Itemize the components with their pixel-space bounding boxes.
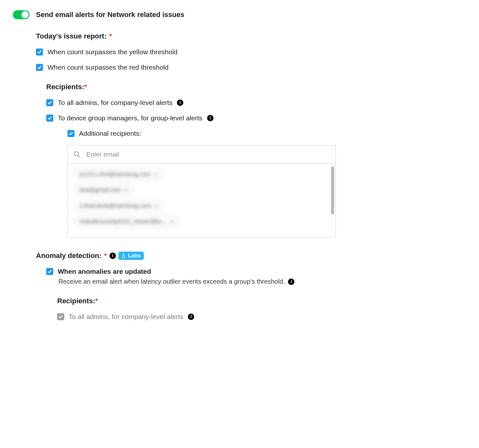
info-icon[interactable]: i bbox=[207, 115, 213, 121]
anomaly-description: Receive an email alert when latency outl… bbox=[58, 278, 285, 285]
anomalies-updated-checkbox[interactable] bbox=[46, 268, 53, 275]
info-icon[interactable]: i bbox=[177, 99, 183, 106]
scrollbar[interactable] bbox=[331, 166, 334, 214]
close-icon[interactable]: ✕ bbox=[124, 188, 128, 193]
yellow-threshold-checkbox[interactable] bbox=[36, 48, 43, 56]
managers-label: To device group managers, for group-leve… bbox=[58, 114, 203, 122]
anomaly-recipients-header: Recipients:* bbox=[57, 297, 466, 305]
labs-label: Labs bbox=[128, 253, 141, 259]
flask-icon bbox=[121, 253, 126, 258]
required-asterisk: * bbox=[104, 252, 107, 260]
recipient-chip[interactable]: test@gmail.com✕ bbox=[74, 184, 134, 196]
close-icon[interactable]: ✕ bbox=[154, 172, 158, 177]
send-alerts-toggle[interactable] bbox=[13, 10, 30, 19]
info-icon[interactable]: i bbox=[288, 279, 294, 285]
labs-badge: Labs bbox=[118, 252, 144, 260]
admins-label: To all admins, for company-level alerts bbox=[58, 99, 172, 107]
svg-line-1 bbox=[78, 155, 80, 157]
email-input[interactable] bbox=[86, 151, 330, 158]
svg-point-0 bbox=[74, 152, 79, 156]
anomaly-description-row: Receive an email alert when latency outl… bbox=[58, 278, 466, 285]
close-icon[interactable]: ✕ bbox=[170, 219, 174, 224]
required-asterisk: * bbox=[84, 83, 87, 91]
red-threshold-checkbox[interactable] bbox=[36, 64, 43, 71]
today-report-header: Today's issue report:* bbox=[36, 32, 466, 40]
admins-checkbox[interactable] bbox=[46, 99, 53, 106]
required-asterisk: * bbox=[95, 297, 98, 305]
info-icon[interactable]: i bbox=[109, 253, 116, 259]
anomaly-recipients-title: Recipients: bbox=[57, 297, 95, 305]
yellow-threshold-label: When count surpasses the yellow threshol… bbox=[48, 48, 178, 56]
recipient-chip[interactable]: jx1211.choi@samsung.com✕ bbox=[74, 168, 164, 181]
recipients-chip-list[interactable]: jx1211.choi@samsung.com✕ test@gmail.com✕… bbox=[67, 164, 336, 237]
email-input-container bbox=[67, 145, 336, 164]
recipient-chip[interactable]: s.thanukula@samsung.com✕ bbox=[74, 200, 164, 212]
anomaly-title: Anomaly detection: bbox=[36, 252, 101, 260]
info-icon[interactable]: i bbox=[188, 314, 194, 320]
red-threshold-label: When count surpasses the red threshold bbox=[48, 64, 169, 71]
search-icon bbox=[74, 151, 81, 158]
recipient-chip[interactable]: mskaikcsusotp4221_viewer@kc...✕ bbox=[74, 215, 180, 228]
additional-recipients-label: Additional recipients: bbox=[79, 130, 141, 137]
anomaly-header: Anomaly detection:* i Labs bbox=[36, 252, 466, 260]
page-title: Send email alerts for Network related is… bbox=[36, 11, 184, 19]
toggle-knob bbox=[22, 11, 29, 18]
close-icon[interactable]: ✕ bbox=[154, 203, 158, 209]
required-asterisk: * bbox=[109, 32, 112, 40]
recipients-header: Recipients:* bbox=[46, 83, 466, 91]
additional-recipients-checkbox[interactable] bbox=[67, 130, 74, 137]
anomalies-updated-label: When anomalies are updated bbox=[58, 268, 151, 275]
today-report-title: Today's issue report: bbox=[36, 32, 107, 40]
recipients-title: Recipients: bbox=[46, 83, 84, 91]
managers-checkbox[interactable] bbox=[46, 115, 53, 122]
anomaly-admins-label: To all admins, for company-level alerts bbox=[69, 313, 183, 321]
anomaly-admins-checkbox bbox=[57, 313, 64, 320]
